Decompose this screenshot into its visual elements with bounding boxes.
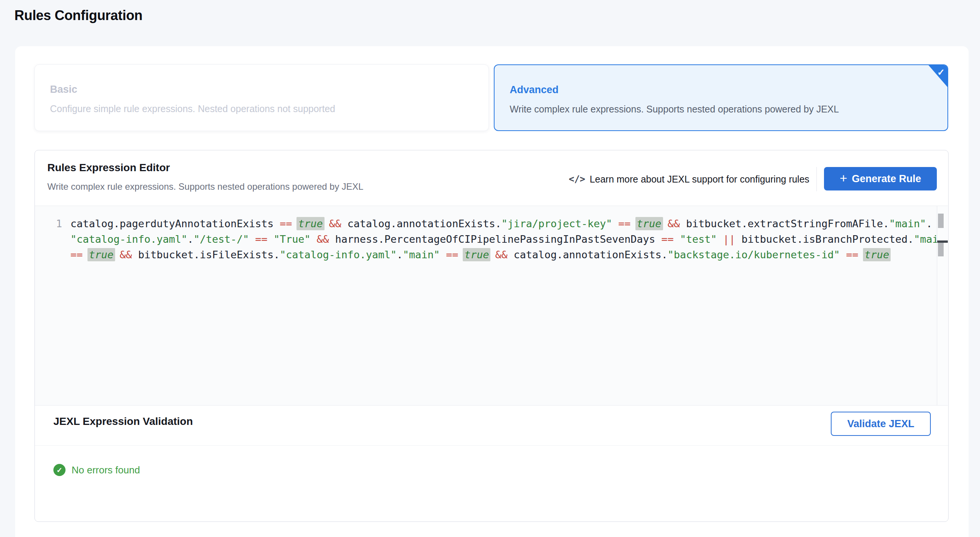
tab-advanced-title: Advanced xyxy=(510,84,558,96)
validation-title: JEXL Expression Validation xyxy=(53,416,193,427)
success-check-icon: ✓ xyxy=(53,464,65,476)
generate-rule-label: Generate Rule xyxy=(852,173,921,185)
plus-icon: + xyxy=(840,171,848,186)
code-line: "catalog-info.yaml"."/test-/" == "True" … xyxy=(70,231,895,247)
line-number: 1 xyxy=(35,216,62,231)
validate-jexl-button[interactable]: Validate JEXL xyxy=(831,412,931,436)
code-editor[interactable]: 1 catalog.pagerdutyAnnotationExists == t… xyxy=(35,206,948,406)
code-line: catalog.pagerdutyAnnotationExists == tru… xyxy=(70,216,895,231)
code-icon: </> xyxy=(569,174,585,185)
validation-divider xyxy=(35,445,948,446)
tab-basic[interactable]: Basic Configure simple rule expressions.… xyxy=(35,64,489,131)
tab-advanced[interactable]: Advanced Write complex rule expressions.… xyxy=(494,64,948,131)
scrollbar-thumb[interactable] xyxy=(938,243,943,257)
validation-status-text: No errors found xyxy=(72,464,140,476)
header-divider xyxy=(816,167,817,191)
learn-more-jexl-link[interactable]: </> Learn more about JEXL support for co… xyxy=(569,172,809,187)
scrollbar-thumb[interactable] xyxy=(938,214,943,228)
rules-expression-editor-card: Rules Expression Editor Write complex ru… xyxy=(35,150,948,522)
code-line: == true && bitbucket.isFileExists."catal… xyxy=(70,247,895,263)
generate-rule-button[interactable]: + Generate Rule xyxy=(824,167,937,191)
editor-subtitle: Write complex rule expressions. Supports… xyxy=(47,182,364,192)
code-lines: catalog.pagerdutyAnnotationExists == tru… xyxy=(70,216,895,263)
tab-basic-title: Basic xyxy=(50,84,77,96)
page-title: Rules Configuration xyxy=(14,8,142,24)
editor-title: Rules Expression Editor xyxy=(47,162,170,174)
validation-status: ✓ No errors found xyxy=(53,464,140,476)
editor-vertical-scrollbar[interactable] xyxy=(937,206,948,405)
rules-configuration-page: Rules Configuration Basic Configure simp… xyxy=(0,0,980,537)
tab-basic-description: Configure simple rule expressions. Neste… xyxy=(50,104,335,115)
selected-check-icon: ✓ xyxy=(937,67,945,78)
validate-jexl-label: Validate JEXL xyxy=(847,418,914,430)
content-panel: Basic Configure simple rule expressions.… xyxy=(15,46,969,537)
learn-more-label: Learn more about JEXL support for config… xyxy=(590,174,809,185)
tab-advanced-description: Write complex rule expressions. Supports… xyxy=(510,104,839,115)
